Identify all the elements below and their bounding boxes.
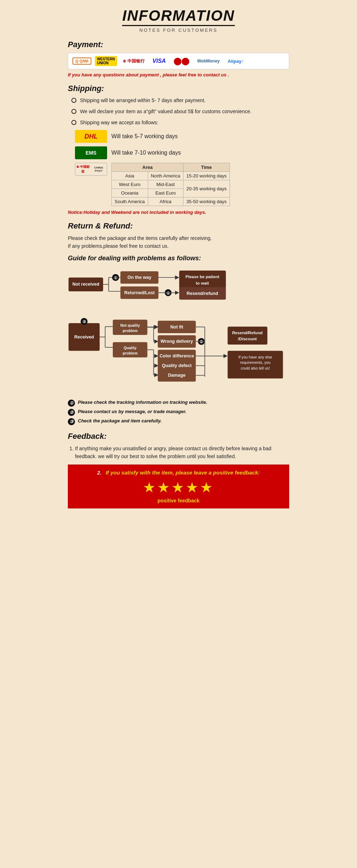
page-title: INFORMATION xyxy=(122,7,235,26)
not-fit-label: Not fit xyxy=(170,324,183,329)
qiwi-logo: Q QIWI xyxy=(72,57,91,65)
resend-refund-discount-label: Resend/Refund xyxy=(232,330,262,335)
wrong-delivery-label: Wrong delivery xyxy=(161,339,193,344)
positive-feedback-label: positive feedback xyxy=(75,498,282,503)
circle-num-3: ③ xyxy=(68,418,75,425)
received-label: Received xyxy=(74,334,94,339)
payment-note: If you have any questions about payment … xyxy=(68,72,289,77)
payment-logos-container: Q QIWI WESTERNUNION ⊕ 中国银行 VISA ⬤⬤ WebMo… xyxy=(68,53,289,69)
alipay-logo: Alipay↑ xyxy=(225,58,246,65)
feedback-title: Feedback: xyxy=(68,432,289,441)
not-received-label: Not received xyxy=(72,282,100,287)
shipping-bullet-3: Shipping way we accept as follows: xyxy=(71,119,289,126)
shipping-title: Shipping: xyxy=(68,84,289,93)
return-refund-section: Return & Refund: Please check the packag… xyxy=(68,221,289,425)
special-note-label: If you have any else xyxy=(238,355,272,359)
svg-text:/Discount: /Discount xyxy=(238,336,257,341)
bullet-icon-2 xyxy=(71,109,76,114)
table-header-time: Time xyxy=(183,163,230,172)
feedback-stars: ★★★★★ xyxy=(75,479,282,496)
ems-logo: EMS xyxy=(75,146,107,159)
table-row: West Euro Mid-East 20-35 working days xyxy=(112,180,230,189)
payment-section: Payment: Q QIWI WESTERNUNION ⊕ 中国银行 VISA… xyxy=(68,40,289,77)
ems-time: Will take 7-10 working days xyxy=(111,150,181,156)
refund-intro-line2: If any problems,please feel free to cont… xyxy=(68,242,289,250)
color-difference-label: Color difference xyxy=(160,353,194,358)
page-header: INFORMATION NOTES FOR CUSTOMERS xyxy=(68,7,289,33)
svg-text:to wait: to wait xyxy=(196,280,209,285)
svg-text:problem: problem xyxy=(122,351,137,355)
chinapost-logo: ☯ 中国邮政 CHINA POST xyxy=(75,163,107,176)
svg-rect-9 xyxy=(179,271,226,289)
resend-refund-label: Resend/refund xyxy=(187,291,218,296)
diagram-note-3: ③ Check the package and item carefully. xyxy=(68,418,289,425)
on-the-way-label: On the way xyxy=(127,275,151,280)
svg-text:Quality: Quality xyxy=(124,345,136,350)
dhl-time: Will take 5-7 working days xyxy=(111,133,178,140)
visa-logo: VISA xyxy=(150,57,168,65)
svg-text:③: ③ xyxy=(82,320,86,324)
ems-row: EMS Will take 7-10 working days xyxy=(75,146,289,159)
svg-text:problem: problem xyxy=(122,328,137,333)
feedback-item-1: If anything make you unsatisfied or angr… xyxy=(75,445,289,461)
please-wait-label: Please be patient xyxy=(185,274,219,279)
svg-text:①: ① xyxy=(114,276,117,280)
damage-label: Damage xyxy=(168,373,186,378)
diagram-note-1: ① Please check the tracking information … xyxy=(68,400,289,407)
refund-intro-line1: Please check the package and the items c… xyxy=(68,234,289,242)
payment-title: Payment: xyxy=(68,40,289,49)
guide-title: Guide for dealing with problems as follo… xyxy=(68,255,289,262)
westernunion-logo: WESTERNUNION xyxy=(95,56,117,66)
webmoney-logo: WebMoney xyxy=(195,58,222,64)
flow-diagram: Not received ① On the way Please be pati… xyxy=(68,268,289,394)
bullet-icon-1 xyxy=(71,98,76,103)
bullet-icon-3 xyxy=(71,120,76,125)
circle-num-2: ② xyxy=(68,409,75,416)
chinapost-table: Area Time Asia North America 15-20 worki… xyxy=(111,163,230,206)
mastercard-logo: ⬤⬤ xyxy=(171,56,191,66)
shipping-bullets: Shipping will be arranged within 5- 7 da… xyxy=(68,97,289,126)
feedback-list: If anything make you unsatisfied or angr… xyxy=(68,445,289,461)
feedback-section: Feedback: If anything make you unsatisfi… xyxy=(68,432,289,509)
return-refund-title: Return & Refund: xyxy=(68,221,289,231)
diagram-note-2: ② Please contact us by message, or trade… xyxy=(68,409,289,416)
feedback-item-2: 2. If you satisfy with the item, please … xyxy=(75,470,282,476)
table-row: Asia North America 15-20 working days xyxy=(112,172,230,180)
refund-intro: Please check the package and the items c… xyxy=(68,234,289,250)
dhl-row: DHL Will take 5-7 working days xyxy=(75,130,289,143)
shipping-bullet-1: Shipping will be arranged within 5- 7 da… xyxy=(71,97,289,104)
dhl-logo: DHL xyxy=(75,130,107,143)
shipping-bullet-2: We will declare your item as a"gift" val… xyxy=(71,108,289,115)
table-header-area: Area xyxy=(112,163,183,172)
shipping-notice: Notice:Holiday and Weekend are not inclu… xyxy=(68,210,289,215)
svg-rect-55 xyxy=(228,326,267,344)
boc-logo: ⊕ 中国银行 xyxy=(121,57,147,65)
svg-text:requirements, you: requirements, you xyxy=(240,360,270,365)
circle-num-1: ① xyxy=(68,400,75,407)
chinapost-row: ☯ 中国邮政 CHINA POST Area Time Asia North A… xyxy=(75,163,289,206)
svg-text:Not quality: Not quality xyxy=(120,323,140,327)
svg-text:could also tell us!: could also tell us! xyxy=(241,366,270,370)
feedback-highlight: 2. If you satisfy with the item, please … xyxy=(68,465,289,508)
diagram-notes: ① Please check the tracking information … xyxy=(68,400,289,425)
shipping-section: Shipping: Shipping will be arranged with… xyxy=(68,84,289,215)
returned-lost-label: Returned/Lost xyxy=(124,290,155,295)
table-row: South America Africa 35-50 working days xyxy=(112,197,230,206)
shipping-ways: DHL Will take 5-7 working days EMS Will … xyxy=(75,130,289,206)
quality-defect-label: Quality defect xyxy=(162,363,192,368)
flow-svg: Not received ① On the way Please be pati… xyxy=(68,268,289,392)
page-subtitle: NOTES FOR CUSTOMERS xyxy=(68,27,289,33)
